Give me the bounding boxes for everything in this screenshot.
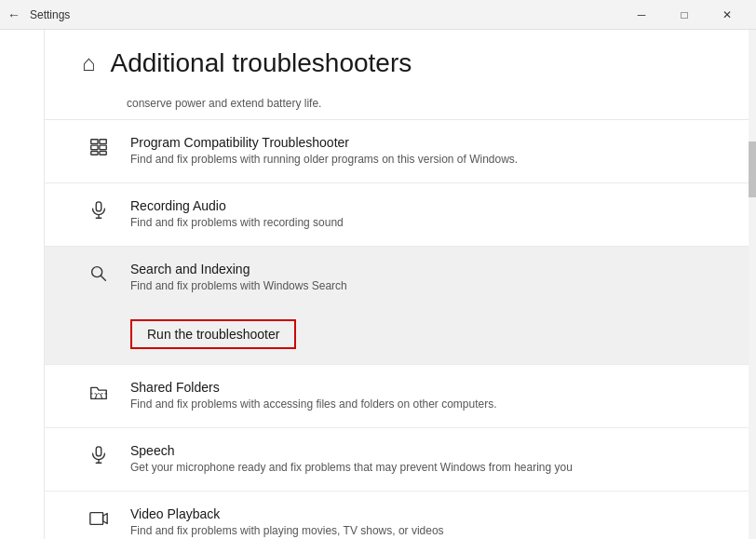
video-icon <box>82 508 115 529</box>
item-name: Program Compatibility Troubleshooter <box>130 135 711 150</box>
svg-rect-3 <box>100 145 106 150</box>
item-name: Video Playback <box>130 506 711 521</box>
svg-rect-14 <box>96 447 101 456</box>
item-name: Shared Folders <box>130 380 711 395</box>
list-item[interactable]: Program Compatibility Troubleshooter Fin… <box>45 120 749 183</box>
page-header: ⌂ Additional troubleshooters <box>45 30 749 93</box>
item-desc: Find and fix problems with Windows Searc… <box>130 278 711 294</box>
run-troubleshooter-button[interactable]: Run the troubleshooter <box>130 319 296 349</box>
scrollbar-track[interactable] <box>749 30 756 539</box>
window-title: Settings <box>30 8 70 21</box>
item-desc: Get your microphone ready and fix proble… <box>130 460 711 476</box>
list-item[interactable]: Recording Audio Find and fix problems wi… <box>45 183 749 247</box>
svg-line-13 <box>101 394 102 399</box>
scrollbar-thumb[interactable] <box>749 141 756 197</box>
microphone-icon <box>82 445 115 465</box>
svg-line-10 <box>101 276 105 280</box>
home-icon: ⌂ <box>82 50 96 76</box>
item-name: Search and Indexing <box>130 262 711 276</box>
list-item[interactable]: Speech Get your microphone ready and fix… <box>45 428 749 492</box>
svg-rect-2 <box>91 145 98 150</box>
list-item[interactable]: Shared Folders Find and fix problems wit… <box>45 365 749 428</box>
microphone-icon <box>82 200 115 221</box>
item-desc: Find and fix problems with running older… <box>130 152 711 168</box>
title-bar: ← Settings ─ □ ✕ <box>0 0 756 30</box>
main-panel: ⌂ Additional troubleshooters conserve po… <box>45 30 749 539</box>
truncated-text: conserve power and extend battery life. <box>45 93 749 120</box>
items-list: conserve power and extend battery life. … <box>45 93 749 539</box>
grid-icon <box>82 137 115 157</box>
svg-rect-4 <box>91 152 98 155</box>
item-desc: Find and fix problems with accessing fil… <box>130 397 711 412</box>
item-name: Recording Audio <box>130 198 711 213</box>
close-button[interactable]: ✕ <box>706 0 749 30</box>
sidebar <box>0 30 45 539</box>
page-title: Additional troubleshooters <box>111 48 412 78</box>
minimize-button[interactable]: ─ <box>620 0 663 30</box>
list-item[interactable]: Search and Indexing Find and fix problem… <box>45 247 749 309</box>
svg-rect-0 <box>91 140 98 144</box>
expanded-actions: Run the troubleshooter <box>45 308 749 365</box>
list-item[interactable]: Video Playback Find and fix problems wit… <box>45 492 749 539</box>
item-name: Speech <box>130 443 711 458</box>
folder-icon <box>82 382 115 402</box>
svg-line-12 <box>95 394 97 399</box>
svg-rect-17 <box>90 513 103 525</box>
item-desc: Find and fix problems with recording sou… <box>130 215 711 231</box>
item-desc: Find and fix problems with playing movie… <box>130 523 711 539</box>
back-button[interactable]: ← <box>7 7 20 22</box>
svg-rect-1 <box>100 140 106 144</box>
svg-rect-6 <box>96 202 101 211</box>
maximize-button[interactable]: □ <box>663 0 706 30</box>
svg-rect-5 <box>100 152 106 155</box>
window-controls: ─ □ ✕ <box>620 0 749 30</box>
search-icon <box>82 263 115 284</box>
